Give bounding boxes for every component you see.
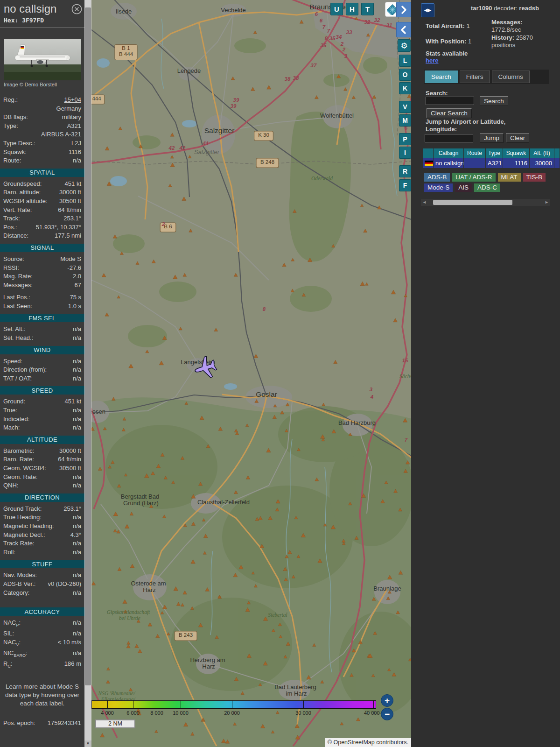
svg-text:Herzberg am: Herzberg am: [190, 656, 225, 663]
altitude-colorbar: [91, 700, 376, 709]
source-chip-mode-s[interactable]: Mode-S: [424, 183, 453, 192]
jump-button[interactable]: Jump: [480, 133, 504, 143]
column-header[interactable]: Callsign: [434, 148, 463, 158]
map-button-L[interactable]: L: [399, 55, 411, 67]
svg-text:4: 4: [370, 394, 374, 400]
colorbar-tick-label: 4 000: [101, 710, 114, 716]
table-row[interactable]: no callsignA321111630000: [423, 158, 560, 168]
collapse-left-button[interactable]: [396, 22, 411, 37]
source-chip-ads-b[interactable]: ADS-B: [424, 173, 450, 182]
detail-row: Speed:n/a: [0, 357, 84, 366]
clear-search-button[interactable]: Clear Search: [427, 108, 472, 118]
stats-here-link[interactable]: here: [426, 57, 438, 64]
detail-value: 253.1°: [63, 214, 81, 223]
panel-collapse-button[interactable]: ◀▶: [421, 3, 434, 17]
svg-text:2: 2: [161, 221, 165, 227]
map-button-T[interactable]: T: [361, 3, 374, 15]
column-header[interactable]: Squawk: [503, 148, 529, 158]
gear-icon: ⚙: [400, 41, 407, 50]
map-button-U[interactable]: U: [330, 3, 343, 15]
svg-text:7: 7: [327, 28, 330, 34]
zoom-in-button[interactable]: +: [381, 694, 393, 707]
detail-value: n/a: [73, 571, 81, 580]
scroll-left-arrow[interactable]: ◄: [422, 199, 427, 205]
svg-text:42: 42: [179, 145, 186, 151]
source-chip-ais[interactable]: AIS: [455, 183, 472, 192]
settings-button[interactable]: ⚙: [398, 39, 411, 52]
map[interactable]: OderwaldGipskarstlandschaftbei UhrdeSieb…: [91, 0, 411, 747]
hscroll-thumb[interactable]: [433, 200, 512, 205]
table-horizontal-scrollbar[interactable]: ◄ ►: [421, 199, 550, 206]
svg-text:Osterode am: Osterode am: [131, 580, 166, 587]
tar1090-link[interactable]: tar1090: [471, 5, 492, 12]
map-button-O[interactable]: O: [399, 69, 411, 81]
map-button-K[interactable]: K: [399, 82, 411, 94]
colorbar-divider: [157, 700, 157, 709]
svg-text:Wolfenbüttel: Wolfenbüttel: [320, 112, 354, 119]
scrollbar-thumb[interactable]: [85, 7, 91, 685]
total-aircraft: Total Aircraft: 1: [426, 22, 470, 30]
svg-text:im Harz: im Harz: [286, 690, 307, 697]
source-chip-tis-b[interactable]: TIS-B: [523, 173, 546, 182]
search-button[interactable]: Search: [480, 96, 508, 106]
tab-filters[interactable]: Filters: [460, 70, 490, 83]
aircraft-detail-panel: no callsign Hex: 3F97FD: [0, 0, 84, 747]
callsign-link[interactable]: no callsign: [434, 158, 463, 168]
map-button-F[interactable]: F: [399, 179, 411, 191]
map-button-I[interactable]: I: [399, 147, 411, 159]
jump-clear-button[interactable]: Clear: [506, 133, 529, 143]
germany-flag-icon: [425, 161, 433, 166]
section-header: SPEED: [0, 386, 84, 395]
column-header[interactable]: [423, 148, 433, 158]
colorbar-divider: [373, 700, 374, 709]
column-header[interactable]: Route: [464, 148, 485, 158]
aircraft-list-panel: ◀▶ tar1090 decoder: readsb Total Aircraf…: [411, 0, 560, 747]
expand-right-button[interactable]: [396, 2, 411, 17]
map-button-H[interactable]: H: [346, 3, 358, 15]
svg-text:Bad Harzburg: Bad Harzburg: [338, 419, 376, 426]
source-chip-mlat[interactable]: MLAT: [498, 173, 521, 182]
svg-text:38: 38: [293, 75, 299, 81]
detail-row: Category:n/a: [0, 589, 84, 598]
table-cell: A321: [486, 158, 503, 168]
osm-link[interactable]: © OpenStreetMap: [328, 739, 375, 746]
page-title: no callsign: [4, 2, 56, 15]
detail-row: Track:253.1°: [0, 214, 84, 223]
left-panel-scrollbar[interactable]: ▼: [84, 0, 91, 747]
close-icon[interactable]: [71, 4, 82, 14]
tab-search[interactable]: Search: [425, 70, 458, 83]
image-credit: Image © Demo Borstell: [0, 80, 84, 87]
jump-input[interactable]: [425, 134, 473, 142]
readsb-link[interactable]: readsb: [519, 5, 539, 12]
section-header: WIND: [0, 346, 84, 354]
search-input[interactable]: [426, 97, 474, 105]
svg-text:NSG 'Rhumeaue/: NSG 'Rhumeaue/: [98, 691, 136, 696]
source-chip-uat-ads-r[interactable]: UAT / ADS-R: [452, 173, 495, 182]
source-chip-ads-c[interactable]: ADS-C: [474, 183, 500, 192]
section-header: SPATIAL: [0, 169, 84, 177]
map-canvas[interactable]: OderwaldGipskarstlandschaftbei UhrdeSieb…: [91, 0, 411, 747]
mode-s-note: Learn more about Mode S data type by hov…: [1, 683, 83, 708]
column-header[interactable]: Alt. (ft): [530, 148, 554, 158]
svg-text:Lengede: Lengede: [177, 67, 201, 74]
map-button-V[interactable]: V: [399, 101, 411, 113]
column-header[interactable]: S: [554, 148, 560, 158]
svg-text:B 243: B 243: [179, 632, 193, 638]
panel-tabs: SearchFiltersColumns: [424, 70, 549, 84]
map-button-R[interactable]: R: [399, 165, 411, 177]
zoom-out-button[interactable]: −: [381, 708, 393, 720]
scrollbar-down-arrow[interactable]: ▼: [84, 740, 91, 747]
detail-value: n/a: [73, 619, 81, 629]
scroll-right-arrow[interactable]: ►: [545, 199, 549, 205]
detail-value: n/a: [73, 374, 81, 383]
svg-text:39: 39: [231, 103, 237, 109]
map-button-P[interactable]: P: [399, 133, 411, 145]
detail-row: Groundspeed:451 kt: [0, 180, 84, 189]
map-button-M[interactable]: M: [399, 114, 411, 127]
registration-link[interactable]: 15+04: [64, 96, 81, 105]
detail-value: n/a: [73, 406, 81, 415]
detail-value: n/a: [73, 629, 81, 638]
tab-columns[interactable]: Columns: [492, 70, 530, 83]
detail-value: n/a: [73, 522, 81, 531]
column-header[interactable]: Type: [486, 148, 503, 158]
